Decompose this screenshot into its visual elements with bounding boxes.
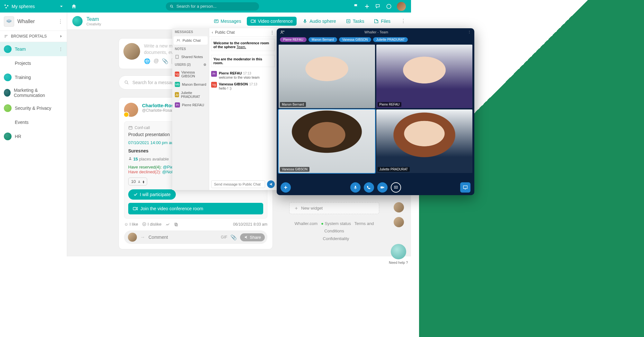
user-badge: Vg [211, 82, 217, 88]
presence-avatar[interactable] [394, 202, 404, 212]
video-face [376, 109, 473, 173]
video-cell-label: Manon Bernard [280, 102, 306, 107]
global-search-input[interactable] [176, 4, 255, 9]
item-more-icon[interactable]: ⋮ [58, 47, 63, 52]
chat-user-vanessa-gibson[interactable]: VgVanessa GIBSON [172, 68, 209, 80]
sidebar-item-label: Events [15, 120, 29, 125]
like-button[interactable]: ☺ I like [124, 222, 138, 227]
svg-point-1 [7, 5, 8, 6]
home-icon[interactable] [71, 4, 77, 9]
chat-user-pierre-refau[interactable]: PrPierre REFAU [172, 100, 209, 109]
video-phone-button[interactable] [364, 182, 374, 193]
tab-video-conference[interactable]: Video conference [247, 17, 297, 26]
stats-icon[interactable] [165, 222, 170, 227]
video-cell-vanessa-gibson[interactable]: Vanessa GIBSON [279, 109, 375, 173]
tab-messages[interactable]: Messages [210, 17, 245, 26]
sidebar-item-team[interactable]: Team⋮ [0, 42, 67, 56]
sidebar-item-label: Projects [15, 61, 31, 66]
participate-button[interactable]: I will participate [128, 189, 176, 200]
presence-avatar[interactable] [394, 217, 404, 227]
video-more-icon[interactable]: ⋮ [468, 30, 471, 34]
chat-shared-notes-item[interactable]: Shared Notes [172, 53, 209, 61]
browse-portals[interactable]: BROWSE PORTALS [0, 31, 67, 42]
video-participant-tag[interactable]: Pierre REFAU [280, 37, 307, 42]
video-camera-button[interactable] [377, 182, 388, 193]
chat-user-juliette-pradurat[interactable]: JpJuliette PRADURAT [172, 89, 209, 100]
chat-send-button[interactable] [267, 180, 275, 188]
comment-box[interactable]: → GIF 📎 Share [124, 230, 267, 244]
user-avatar[interactable] [397, 2, 406, 11]
user-badge: Pr [175, 102, 180, 108]
svg-rect-7 [304, 19, 306, 22]
compose-globe-icon[interactable]: 🌐 [144, 58, 150, 64]
video-cell-pierre-refau[interactable]: Pierre REFAU [376, 45, 473, 108]
share-button[interactable]: Share [240, 233, 265, 241]
chat-user-manon-bernard[interactable]: MbManon Bernard [172, 80, 209, 89]
video-cell-label: Vanessa GIBSON [280, 167, 309, 172]
sidebar-item-projects[interactable]: Projects [0, 56, 67, 70]
my-spheres-dropdown[interactable]: My spheres [0, 4, 67, 9]
comment-input[interactable] [148, 235, 218, 240]
chat-back-icon[interactable]: ‹ [212, 30, 213, 35]
video-add-button[interactable] [281, 182, 291, 193]
dislike-button[interactable]: ☹ I dislike [142, 222, 162, 227]
sidebar-item-training[interactable]: Training [0, 70, 67, 84]
flag-icon[interactable] [353, 4, 359, 9]
sphere-icon [4, 45, 12, 53]
attach-button[interactable]: 📎 [230, 234, 237, 240]
header-more-icon[interactable]: ⋮ [401, 18, 406, 24]
tab-audio-sphere[interactable]: Audio sphere [299, 17, 340, 26]
join-video-button[interactable]: Join the video conference room [128, 203, 263, 214]
footer-whaller-link[interactable]: Whaller.com [295, 221, 318, 226]
footer-status-link[interactable]: System status [325, 221, 351, 226]
video-cell-juliette-pradurat[interactable]: Juliette PRADURAT [376, 109, 473, 173]
video-present-button[interactable] [460, 182, 470, 193]
chat-input[interactable] [211, 180, 265, 188]
org-row[interactable]: Whaller ⋮ [0, 13, 67, 31]
chat-public-chat-item[interactable]: Public Chat [174, 36, 208, 45]
chat-msg-body: welcome to the visio team [219, 75, 260, 79]
video-participant-tag[interactable]: Juliette PRADURAT [373, 37, 408, 42]
global-search[interactable] [166, 2, 259, 11]
add-icon[interactable] [364, 4, 370, 9]
new-widget-button[interactable]: New widget [289, 202, 379, 214]
video-participants-icon[interactable] [280, 30, 285, 35]
tab-tasks[interactable]: Tasks [342, 17, 368, 26]
browse-portals-label: BROWSE PORTALS [11, 34, 57, 39]
help-widget[interactable]: Need help ? [389, 244, 408, 264]
sphere-icon [4, 104, 12, 112]
chat-message: PrPierre REFAU17:13welcome to the visio … [211, 71, 275, 79]
post-timestamp: 06/10/2021 8:03 am [233, 222, 267, 227]
svg-rect-15 [175, 224, 177, 226]
chat-more-icon[interactable]: ⋮ [270, 30, 274, 35]
video-participant-tag[interactable]: Manon Bernard [309, 37, 337, 42]
video-conference-window: Whaller - Team ⋮ Pierre REFAUManon Berna… [277, 28, 474, 195]
sidebar-item-security-privacy[interactable]: Security & Privacy [0, 101, 67, 115]
compose-attach-icon[interactable]: 📎 [162, 58, 168, 64]
video-mic-button[interactable] [350, 182, 361, 193]
gif-button[interactable]: GIF [221, 235, 227, 239]
sphere-icon [4, 133, 12, 140]
help-icon[interactable] [386, 4, 392, 9]
chat-section-notes: NOTES [172, 45, 209, 53]
sphere-subtitle: Creativity [86, 22, 101, 26]
svg-point-0 [4, 4, 6, 6]
video-participant-tag[interactable]: Vanessa GIBSON [339, 37, 371, 42]
users-settings-icon[interactable]: ⚙ [203, 63, 206, 66]
post-quantity[interactable]: 10 ▴▾ [128, 177, 147, 186]
sidebar-item-events[interactable]: Events [0, 115, 67, 129]
tab-files[interactable]: Files [370, 17, 394, 26]
video-cell-manon-bernard[interactable]: Manon Bernard [279, 45, 375, 108]
chat-msg-time: 17:13 [243, 72, 251, 75]
sidebar-item-label: Team [15, 47, 26, 52]
chat-icon[interactable] [375, 4, 381, 9]
footer-conf-link[interactable]: Confidentiality [323, 236, 349, 241]
compose-at-icon[interactable]: @ [154, 58, 159, 64]
copy-icon[interactable] [174, 222, 178, 227]
org-more-icon[interactable]: ⋮ [58, 19, 63, 25]
svg-rect-21 [380, 186, 383, 188]
post-author-avatar[interactable] [124, 103, 138, 117]
sidebar-item-hr[interactable]: HR [0, 129, 67, 143]
sidebar-item-marketing-communication[interactable]: Marketing & Communication [0, 84, 67, 101]
video-share-screen-button[interactable] [391, 182, 401, 193]
